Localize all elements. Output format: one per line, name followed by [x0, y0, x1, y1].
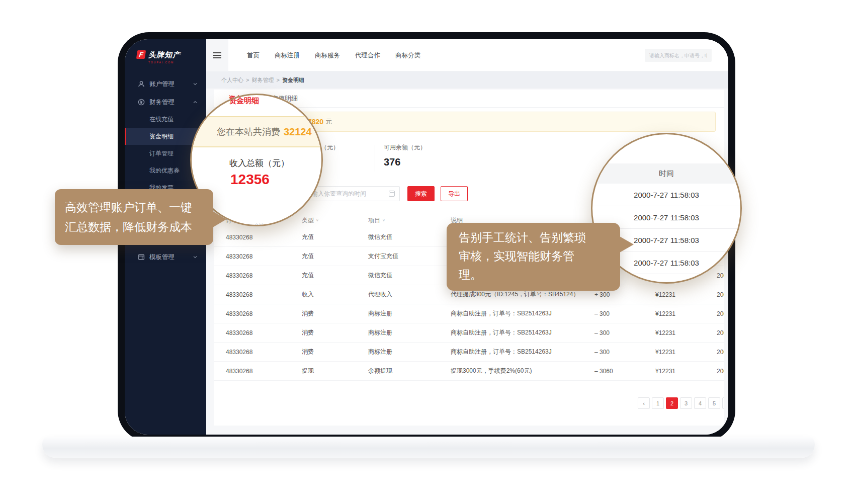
table-cell: 商标自助注册，订单号：SB2514263J: [451, 343, 552, 361]
magnified-banner-amount: 32124: [284, 126, 312, 138]
table-cell: 充值: [302, 247, 314, 266]
table-cell: 充值: [302, 266, 314, 285]
template-icon: [138, 254, 145, 261]
nav-links: 首页商标注册商标服务代理合作商标分类: [247, 39, 420, 71]
table-cell: 代理收入: [368, 285, 392, 304]
logo-title: 头牌知产: [148, 50, 181, 60]
table-row: 48330268消费商标注册商标自助注册，订单号：SB2514263J– 300…: [214, 343, 724, 362]
trademark-search-input[interactable]: [645, 49, 712, 62]
table-cell: 2000-7-27 11:58:03: [717, 266, 724, 285]
pagination-page-3[interactable]: 3: [680, 397, 692, 409]
table-row: 48330268消费商标注册商标自助注册，订单号：SB2514263J– 300…: [214, 304, 724, 323]
table-cell: 消费: [302, 323, 314, 342]
table-cell: 余额提现: [368, 362, 392, 380]
sidebar-subitem-0[interactable]: 在线充值: [125, 111, 206, 128]
magnified-income-value: 12356: [230, 172, 270, 188]
pagination-next-button[interactable]: [722, 397, 724, 409]
magnified-time-header: 时间: [592, 163, 740, 184]
table-row: 48330268提现余额提现提现3000元，手续费2%(60元)– 3060¥1…: [214, 362, 724, 381]
magnified-tab-label: 资金明细: [229, 96, 259, 106]
stat-balance: 可用余额（元） 376: [384, 143, 426, 168]
chevron-up-icon: [193, 100, 197, 104]
magnified-banner: 您在本站共消费 32124: [192, 116, 321, 147]
table-cell: 商标注册: [368, 304, 392, 323]
table-cell: 提现: [302, 362, 314, 380]
table-cell: 48330268: [226, 266, 252, 285]
table-cell: 商标自助注册，订单号：SB2514263J: [451, 323, 552, 342]
chevron-down-icon: [193, 82, 197, 86]
nav-link-2[interactable]: 商标服务: [315, 51, 340, 60]
table-cell: 充值: [302, 228, 314, 246]
sidebar-item-label: 财务管理: [149, 98, 175, 107]
chevron-down-icon: [193, 255, 197, 259]
table-cell: ¥12231: [655, 343, 675, 361]
table-cell: 48330268: [226, 304, 252, 323]
table-cell: 48330268: [226, 247, 252, 266]
pagination-page-4[interactable]: 4: [694, 397, 706, 409]
nav-link-4[interactable]: 商标分类: [395, 51, 420, 60]
callout-left: 高效管理账户订单、一键 汇总数据，降低财务成本: [55, 189, 213, 245]
banner-unit: 元: [325, 117, 332, 126]
table-cell: – 3060: [594, 362, 613, 380]
table-cell: ¥12231: [655, 323, 675, 342]
table-cell: 48330268: [226, 228, 252, 246]
export-button[interactable]: 导出: [441, 186, 468, 201]
table-cell: 48330268: [226, 362, 252, 380]
table-cell: 2000-7-27 11:58:03: [717, 323, 724, 342]
nav-link-0[interactable]: 首页: [247, 51, 260, 60]
pagination: ‹12345: [638, 397, 724, 409]
table-cell: 收入: [302, 285, 314, 304]
yuan-circle-icon: [138, 99, 145, 106]
sidebar-item-label: 模板管理: [149, 253, 175, 262]
table-cell: – 300: [594, 304, 610, 323]
table-cell: 支付宝充值: [368, 247, 398, 266]
pagination-page-1[interactable]: 1: [652, 397, 664, 409]
hamburger-icon: [213, 55, 221, 56]
table-cell: 商标自助注册，订单号：SB2514263J: [451, 304, 552, 323]
laptop-base: [42, 437, 815, 458]
table-cell: 消费: [302, 343, 314, 361]
logo: F 头牌知产 TOUPAI.COM: [137, 50, 181, 64]
table-cell: 48330268: [226, 323, 252, 342]
menu-toggle-button[interactable]: [206, 39, 228, 71]
column-header-project[interactable]: 项目∨: [368, 213, 385, 228]
callout-arrow-right-icon: [213, 211, 226, 227]
breadcrumb-item[interactable]: 财务管理: [251, 76, 274, 84]
logo-icon: F: [136, 50, 146, 59]
breadcrumb-item[interactable]: 个人中心: [221, 76, 243, 84]
nav-link-3[interactable]: 代理合作: [355, 51, 380, 60]
sidebar-item-account[interactable]: 账户管理: [125, 75, 206, 93]
magnified-time-row: 2000-7-27 11:58:03: [592, 184, 740, 206]
table-cell: 商标注册: [368, 323, 392, 342]
table-cell: 48330268: [226, 285, 252, 304]
table-cell: ¥12231: [655, 362, 675, 380]
table-cell: 2000-7-27 11:58:03: [717, 285, 724, 304]
breadcrumb-current: 资金明细: [282, 76, 304, 84]
chevron-down-icon: ∨: [382, 219, 385, 222]
pagination-prev-button[interactable]: ‹: [638, 397, 650, 409]
pagination-page-2[interactable]: 2: [666, 397, 678, 409]
user-icon: [138, 80, 145, 88]
callout-arrow-right-icon: [620, 236, 634, 253]
table-cell: 微信充值: [368, 228, 392, 246]
top-navbar: 首页商标注册商标服务代理合作商标分类: [206, 39, 728, 71]
search-button[interactable]: 搜索: [407, 186, 435, 201]
table-cell: 提现3000元，手续费2%(60元): [451, 362, 532, 380]
page: F 头牌知产 TOUPAI.COM 账户管理 财务管理 在线充值资金明细订单管理…: [0, 0, 853, 504]
sidebar-item-finance[interactable]: 财务管理: [125, 94, 206, 111]
column-header-type[interactable]: 类型∨: [302, 213, 319, 228]
nav-link-1[interactable]: 商标注册: [275, 51, 300, 60]
sidebar-item-label: 账户管理: [149, 80, 175, 89]
table-cell: 2000-7-27 11:58:03: [717, 343, 724, 361]
chevron-down-icon: ∨: [316, 219, 319, 222]
logo-subtitle: TOUPAI.COM: [148, 61, 181, 64]
magnified-income-label: 收入总额（元）: [229, 157, 289, 169]
breadcrumb: 个人中心 > 财务管理 > 资金明细: [206, 71, 728, 89]
table-cell: 消费: [302, 304, 314, 323]
table-row: 48330268消费商标注册商标自助注册，订单号：SB2514263J– 300…: [214, 323, 724, 343]
table-cell: 48330268: [226, 343, 252, 361]
pagination-page-5[interactable]: 5: [708, 397, 720, 409]
sidebar-item-template[interactable]: 模板管理: [125, 248, 206, 266]
table-cell: ¥12231: [655, 304, 675, 323]
stat-divider: [375, 145, 375, 172]
